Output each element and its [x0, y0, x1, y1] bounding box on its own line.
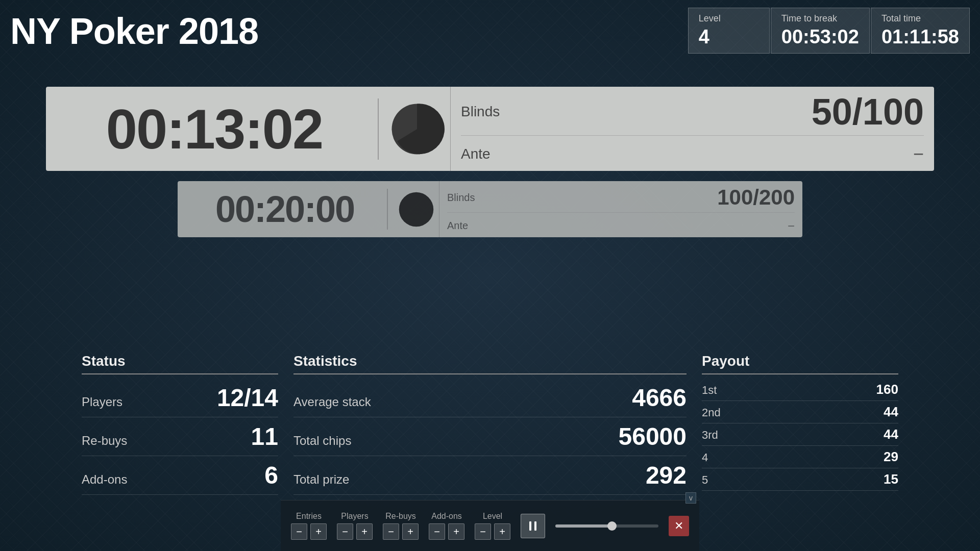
- secondary-timer-card: 00:20:00 Blinds 100/200 Ante −: [178, 181, 802, 237]
- status-players-label: Players: [82, 395, 122, 409]
- app-title: NY Poker 2018: [10, 10, 258, 52]
- addons-control[interactable]: Add-ons − +: [429, 512, 464, 540]
- entries-minus-button[interactable]: −: [291, 523, 307, 540]
- payout-1st-row: 1st 160: [702, 379, 898, 401]
- stats-avgstack-row: Average stack 4666: [293, 379, 687, 417]
- addons-label: Add-ons: [431, 512, 462, 521]
- secondary-blinds-row: Blinds 100/200: [447, 185, 795, 213]
- level-plus-button[interactable]: +: [494, 523, 510, 540]
- svg-point-1: [399, 192, 433, 227]
- players-buttons[interactable]: − +: [337, 523, 373, 540]
- status-players-value: 12/14: [217, 384, 278, 412]
- level-ctrl-label: Level: [483, 512, 502, 521]
- secondary-ante-label: Ante: [447, 220, 468, 232]
- slider-container[interactable]: [555, 524, 658, 528]
- payout-3rd-value: 44: [884, 427, 898, 442]
- stats-totalprize-label: Total prize: [293, 472, 349, 487]
- addons-buttons[interactable]: − +: [429, 523, 464, 540]
- payout-4th-row: 4 29: [702, 446, 898, 468]
- addons-plus-button[interactable]: +: [448, 523, 464, 540]
- svg-rect-2: [529, 521, 531, 531]
- timer-divider: [378, 98, 379, 160]
- primary-blinds-value: 50/100: [812, 93, 924, 130]
- level-box: Level 4: [688, 8, 770, 54]
- entries-control[interactable]: Entries − +: [291, 512, 327, 540]
- primary-pie-chart: [389, 101, 445, 157]
- time-to-break-value: 00:53:02: [781, 26, 859, 48]
- stats-totalchips-row: Total chips 56000: [293, 417, 687, 456]
- primary-timer-display: 00:13:02: [46, 96, 373, 161]
- players-minus-button[interactable]: −: [337, 523, 353, 540]
- status-rebuys-row: Re-buys 11: [82, 417, 278, 456]
- primary-pie-chart-container: [384, 101, 450, 157]
- payout-3rd-row: 3rd 44: [702, 423, 898, 446]
- v-badge: v: [685, 492, 696, 504]
- payout-4th-value: 29: [884, 449, 898, 465]
- svg-rect-3: [534, 521, 536, 531]
- level-value: 4: [699, 26, 759, 48]
- total-time-value: 01:11:58: [881, 26, 959, 48]
- slider-thumb[interactable]: [607, 521, 617, 531]
- secondary-ante-value: −: [788, 219, 795, 233]
- stats-avgstack-label: Average stack: [293, 395, 371, 409]
- level-label: Level: [699, 13, 759, 24]
- status-header: Status: [82, 353, 278, 374]
- secondary-pie-chart-container: [393, 190, 439, 229]
- level-control[interactable]: Level − +: [475, 512, 510, 540]
- stats-totalchips-value: 56000: [619, 422, 687, 450]
- entries-buttons[interactable]: − +: [291, 523, 327, 540]
- players-label: Players: [341, 512, 368, 521]
- players-control[interactable]: Players − +: [337, 512, 373, 540]
- secondary-pie-chart: [397, 190, 435, 229]
- status-addons-value: 6: [264, 461, 278, 489]
- stats-avgstack-value: 4666: [632, 384, 687, 412]
- total-time-label: Total time: [881, 13, 959, 24]
- stats-totalprize-value: 292: [646, 461, 687, 489]
- status-section: Status Players 12/14 Re-buys 11 Add-ons …: [82, 353, 278, 495]
- payout-1st-label: 1st: [702, 384, 717, 397]
- level-minus-button[interactable]: −: [475, 523, 491, 540]
- primary-blinds-section: Blinds 50/100 Ante −: [450, 87, 934, 171]
- rebuys-plus-button[interactable]: +: [402, 523, 419, 540]
- secondary-timer-display: 00:20:00: [178, 188, 382, 230]
- rebuys-label: Re-buys: [385, 512, 416, 521]
- slider-track[interactable]: [555, 524, 658, 528]
- time-to-break-box: Time to break 00:53:02: [771, 8, 870, 54]
- secondary-timer-divider: [387, 189, 388, 230]
- rebuys-control[interactable]: Re-buys − +: [383, 512, 419, 540]
- status-addons-row: Add-ons 6: [82, 456, 278, 495]
- primary-ante-row: Ante −: [461, 138, 924, 165]
- stats-totalprize-row: Total prize 292: [293, 456, 687, 495]
- payout-1st-value: 160: [876, 382, 898, 397]
- primary-blinds-label: Blinds: [461, 104, 500, 120]
- statistics-section: Statistics Average stack 4666 Total chip…: [293, 353, 687, 495]
- stats-area: Status Players 12/14 Re-buys 11 Add-ons …: [82, 353, 898, 495]
- primary-timer-card: 00:13:02 Blinds 50/100 Ante −: [46, 87, 934, 171]
- secondary-blinds-section: Blinds 100/200 Ante −: [439, 181, 802, 237]
- control-bar: v Entries − + Players − + Re-buys − + Ad…: [281, 500, 699, 551]
- primary-ante-label: Ante: [461, 146, 491, 162]
- payout-3rd-label: 3rd: [702, 429, 718, 442]
- payout-2nd-row: 2nd 44: [702, 401, 898, 423]
- entries-plus-button[interactable]: +: [310, 523, 327, 540]
- rebuys-buttons[interactable]: − +: [383, 523, 419, 540]
- pause-button[interactable]: [521, 514, 545, 538]
- addons-minus-button[interactable]: −: [429, 523, 445, 540]
- primary-blinds-row: Blinds 50/100: [461, 93, 924, 136]
- payout-section: Payout 1st 160 2nd 44 3rd 44 4 29 5 15: [702, 353, 898, 495]
- secondary-blinds-value: 100/200: [717, 185, 795, 210]
- status-rebuys-value: 11: [251, 422, 278, 450]
- payout-5th-row: 5 15: [702, 468, 898, 491]
- payout-2nd-value: 44: [884, 404, 898, 420]
- payout-header: Payout: [702, 353, 898, 374]
- level-buttons[interactable]: − +: [475, 523, 510, 540]
- secondary-blinds-label: Blinds: [447, 192, 475, 204]
- players-plus-button[interactable]: +: [356, 523, 373, 540]
- rebuys-minus-button[interactable]: −: [383, 523, 399, 540]
- pause-icon: [527, 520, 539, 532]
- close-button[interactable]: ✕: [669, 516, 689, 536]
- entries-label: Entries: [296, 512, 322, 521]
- primary-ante-value: −: [913, 143, 924, 165]
- payout-2nd-label: 2nd: [702, 406, 721, 419]
- slider-fill: [555, 524, 612, 528]
